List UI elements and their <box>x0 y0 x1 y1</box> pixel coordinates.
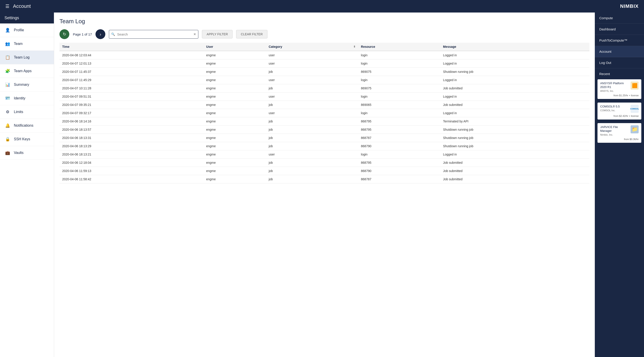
cell-user: engme <box>204 167 266 175</box>
sidebar-item-notifications[interactable]: 🔔 Notifications <box>0 119 54 132</box>
refresh-icon: ↻ <box>63 32 66 37</box>
recent-card-top-comsol: COMSOL® 5.5 COMSOL Inc. COMSOL <box>600 105 639 113</box>
search-clear-icon[interactable]: ✕ <box>194 32 196 36</box>
table-row: 2020-04-06 18:13:57engmejob868795Shutdow… <box>60 126 590 134</box>
col-header-category[interactable]: Category ⬍ <box>266 43 358 51</box>
cell-user: engme <box>204 68 266 76</box>
cell-user: engme <box>204 175 266 183</box>
recent-card-comsol[interactable]: COMSOL® 5.5 COMSOL Inc. COMSOL from $2.4… <box>598 102 641 119</box>
left-sidebar: Settings 👤 Profile 👥 Team 📋 Team Log 🧩 T… <box>0 12 54 357</box>
cell-category: job <box>266 117 358 126</box>
cell-resource: 869075 <box>358 68 440 76</box>
cell-category: job <box>266 126 358 134</box>
right-sidebar: Compute Dashboard PushToCompute™ Account… <box>595 12 644 357</box>
hamburger-icon[interactable]: ☰ <box>5 3 10 9</box>
sidebar-item-label-limits: Limits <box>14 110 23 114</box>
sidebar-item-label-team: Team <box>14 42 22 46</box>
search-input[interactable] <box>109 30 198 39</box>
sidebar-item-label-team-log: Team Log <box>14 55 30 59</box>
vaults-icon: 💼 <box>4 150 11 156</box>
right-sidebar-item-pushtocompute[interactable]: PushToCompute™ <box>595 35 644 46</box>
cell-time: 2020-04-06 18:13:57 <box>60 126 204 134</box>
cell-user: engme <box>204 126 266 134</box>
cell-resource: login <box>358 51 440 59</box>
app-title: Account <box>13 3 31 9</box>
cell-time: 2020-04-06 18:14:16 <box>60 117 204 126</box>
recent-card-jarvice[interactable]: JARVICE File Manager Nimbix, Inc. 📁 from… <box>598 123 641 143</box>
cell-message: Logged in <box>440 92 590 101</box>
clear-filter-button[interactable]: CLEAR FILTER <box>236 30 268 38</box>
cell-category: job <box>266 101 358 109</box>
sidebar-item-identity[interactable]: 🪪 Identity <box>0 92 54 105</box>
col-header-message: Message <box>440 43 590 51</box>
cell-message: Logged in <box>440 76 590 84</box>
sidebar-item-team-apps[interactable]: 🧩 Team Apps <box>0 64 54 78</box>
sidebar-item-team-log[interactable]: 📋 Team Log <box>0 51 54 64</box>
notifications-icon: 🔔 <box>4 122 11 129</box>
apply-filter-button[interactable]: APPLY FILTER <box>202 30 232 38</box>
sidebar-item-label-ssh-keys: SSH Keys <box>14 137 30 141</box>
table-row: 2020-04-07 11:45:37engmejob869075Shutdow… <box>60 68 590 76</box>
cell-message: Shutdown running job <box>440 134 590 142</box>
sidebar-item-vaults[interactable]: 💼 Vaults <box>0 146 54 160</box>
cell-message: Logged in <box>440 51 590 59</box>
cell-user: engme <box>204 92 266 101</box>
sort-icon: ⬍ <box>353 45 356 48</box>
recent-card-top-jarvice: JARVICE File Manager Nimbix, Inc. 📁 <box>600 125 639 136</box>
recent-label: Recent <box>595 68 644 77</box>
toolbar: ↻ Page 1 of 17 › 🔍 ✕ APPLY FILTER CLEAR … <box>60 29 590 39</box>
cell-user: engme <box>204 101 266 109</box>
cell-resource: login <box>358 150 440 159</box>
cell-time: 2020-04-06 18:13:29 <box>60 142 204 150</box>
cell-user: engme <box>204 109 266 117</box>
sidebar-item-summary[interactable]: 📊 Summary <box>0 78 54 92</box>
table-row: 2020-04-06 18:13:21engmeuserloginLogged … <box>60 150 590 159</box>
table-body: 2020-04-08 12:03:44engmeuserloginLogged … <box>60 51 590 183</box>
limits-icon: ⚙ <box>4 109 11 115</box>
cell-user: engme <box>204 159 266 167</box>
right-sidebar-item-logout[interactable]: Log Out <box>595 57 644 68</box>
sidebar-item-profile[interactable]: 👤 Profile <box>0 23 54 37</box>
cell-time: 2020-04-07 10:11:28 <box>60 84 204 92</box>
cell-resource: login <box>358 59 440 68</box>
cell-message: Job submitted <box>440 159 590 167</box>
right-sidebar-item-dashboard[interactable]: Dashboard <box>595 24 644 35</box>
cell-category: job <box>266 159 358 167</box>
sidebar-item-limits[interactable]: ⚙ Limits <box>0 105 54 119</box>
recent-card-ansys[interactable]: ANSYS® Platform 2020 R1 ANSYS, Inc. 🟧 fr… <box>598 79 641 99</box>
cell-category: user <box>266 51 358 59</box>
next-page-button[interactable]: › <box>96 29 105 39</box>
table-row: 2020-04-07 11:45:29engmeuserloginLogged … <box>60 76 590 84</box>
cell-resource: 868795 <box>358 126 440 134</box>
table-header: Time User Category ⬍ Resource Message <box>60 43 590 51</box>
cell-resource: login <box>358 92 440 101</box>
cell-category: user <box>266 109 358 117</box>
cell-user: engme <box>204 117 266 126</box>
identity-icon: 🪪 <box>4 95 11 101</box>
table-row: 2020-04-06 18:13:31engmejob868787Shutdow… <box>60 134 590 142</box>
cell-message: Shutdown running job <box>440 126 590 134</box>
cell-time: 2020-04-08 12:03:44 <box>60 51 204 59</box>
refresh-button[interactable]: ↻ <box>60 29 69 39</box>
cell-time: 2020-04-07 09:35:21 <box>60 101 204 109</box>
cell-resource: 868787 <box>358 134 440 142</box>
right-sidebar-item-compute[interactable]: Compute <box>595 12 644 24</box>
recent-card-info-jarvice: JARVICE File Manager Nimbix, Inc. <box>600 125 629 136</box>
cell-resource: 868795 <box>358 117 440 126</box>
summary-icon: 📊 <box>4 81 11 88</box>
cell-user: engme <box>204 134 266 142</box>
cell-message: Shutdown running job <box>440 142 590 150</box>
recent-card-icon-comsol: COMSOL <box>630 105 639 113</box>
cell-category: job <box>266 134 358 142</box>
sidebar-item-team[interactable]: 👥 Team <box>0 37 54 51</box>
recent-card-info-comsol: COMSOL® 5.5 COMSOL Inc. <box>600 105 620 112</box>
cell-message: Job submitted <box>440 101 590 109</box>
table-row: 2020-04-06 11:59:13engmejob868790Job sub… <box>60 167 590 175</box>
recent-card-top: ANSYS® Platform 2020 R1 ANSYS, Inc. 🟧 <box>600 81 639 92</box>
sidebar-item-ssh-keys[interactable]: 🔒 SSH Keys <box>0 132 54 146</box>
page-title: Team Log <box>60 18 590 25</box>
recent-card-vendor-comsol: COMSOL Inc. <box>600 109 620 112</box>
cell-time: 2020-04-07 11:45:37 <box>60 68 204 76</box>
cell-resource: 868790 <box>358 142 440 150</box>
right-sidebar-item-account[interactable]: Account <box>595 46 644 57</box>
